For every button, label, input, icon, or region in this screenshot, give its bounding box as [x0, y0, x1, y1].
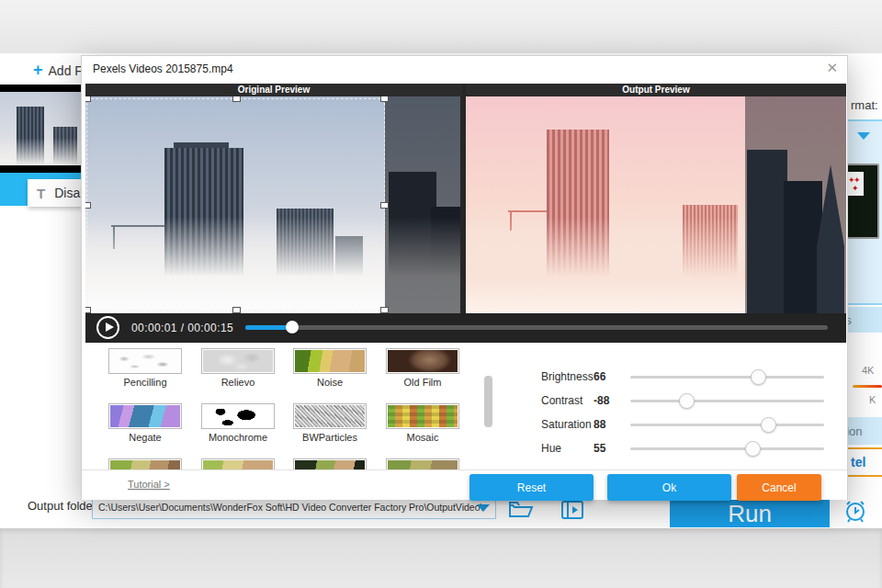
crop-handle[interactable]	[232, 96, 241, 102]
pencilling-swatch	[110, 350, 180, 372]
slider-track[interactable]	[630, 424, 824, 426]
slider-knob[interactable]	[745, 441, 761, 457]
effect-label: BWParticles	[279, 432, 380, 443]
effect-thumbnail[interactable]	[386, 348, 459, 374]
total-time: 00:00:15	[187, 322, 233, 334]
output-preview	[466, 96, 846, 313]
output-folder-path-value: C:\Users\User\Documents\WonderFox Soft\H…	[98, 502, 482, 513]
cancel-button[interactable]: Cancel	[737, 474, 821, 501]
slider-row-brightness: Brightness66	[541, 368, 826, 386]
original-preview	[85, 96, 460, 313]
desktop-background-top	[0, 0, 882, 53]
run-button[interactable]: Run	[670, 499, 830, 527]
alarm-clock-icon[interactable]	[842, 498, 869, 522]
dialog-title: Pexels Videos 2015875.mp4	[93, 62, 233, 75]
crop-handle[interactable]	[85, 307, 91, 313]
effect-label: Old Film	[372, 377, 473, 388]
chevron-down-icon[interactable]	[857, 132, 870, 140]
seek-knob[interactable]	[286, 321, 299, 334]
mosaic-swatch	[388, 405, 458, 427]
effect-thumbnail[interactable]	[108, 348, 182, 374]
effect-label: Mosaic	[372, 432, 473, 443]
add-files-label: Add Fi	[49, 63, 85, 78]
oldfilm-swatch	[388, 350, 458, 372]
crop-handle[interactable]	[85, 96, 91, 102]
current-time: 00:00:01	[131, 322, 177, 334]
effect-thumbnail[interactable]	[293, 348, 367, 374]
effect-thumbnail[interactable]	[293, 403, 367, 429]
close-icon[interactable]: ✕	[826, 60, 838, 76]
resolution-slider-fragment[interactable]	[853, 385, 882, 388]
bwparticles-swatch	[295, 405, 365, 427]
dialog-footer: Tutorial > Reset Ok Cancel	[82, 469, 847, 500]
slider-label: Brightness	[541, 370, 594, 383]
crop-handle[interactable]	[232, 307, 241, 313]
effect-thumbnail[interactable]	[386, 403, 459, 429]
effect-thumbnail[interactable]	[201, 348, 275, 374]
format-logo	[847, 172, 864, 196]
slider-value: 66	[594, 370, 605, 383]
slider-knob[interactable]	[751, 369, 766, 385]
tutorial-link[interactable]: Tutorial >	[128, 479, 170, 490]
noise-swatch	[295, 350, 365, 372]
effect-label: Negate	[95, 432, 196, 443]
effect-item: Monochrome	[201, 403, 275, 443]
preview-area: Original Preview Output Preview	[85, 84, 846, 343]
desktop-background-bottom	[0, 528, 882, 588]
effect-label: Relievo	[187, 377, 288, 388]
effect-label: Noise	[279, 377, 380, 388]
ok-button[interactable]: Ok	[607, 474, 731, 501]
slider-track[interactable]	[630, 400, 824, 402]
slider-track[interactable]	[630, 447, 824, 450]
effects-dialog: Pexels Videos 2015875.mp4 ✕ Original Pre…	[81, 55, 848, 500]
original-preview-header: Original Preview	[85, 84, 462, 96]
intel-badge-fragment[interactable]: tel	[843, 447, 882, 477]
resolution-k-label: K	[869, 394, 876, 405]
crop-selection[interactable]	[86, 98, 385, 311]
crop-handle[interactable]	[380, 202, 389, 209]
reset-button[interactable]: Reset	[469, 474, 594, 501]
add-files-button[interactable]: +Add Fi	[33, 61, 85, 80]
slider-value: -88	[594, 394, 609, 407]
effect-item: Noise	[293, 348, 367, 388]
video-clip-icon[interactable]	[559, 498, 586, 522]
slider-label: Saturation	[541, 418, 592, 431]
slider-row-contrast: Contrast-88	[541, 391, 826, 410]
playback-bar: 00:00:01 / 00:00:15	[85, 313, 846, 343]
effect-thumbnail[interactable]	[108, 403, 182, 429]
slider-value: 55	[594, 442, 605, 455]
time-separator: /	[181, 322, 185, 334]
effect-item: BWParticles	[293, 403, 367, 443]
negate-swatch	[110, 405, 180, 427]
slider-knob[interactable]	[679, 393, 695, 409]
effect-item: Old Film	[386, 348, 459, 388]
effect-item: Mosaic	[386, 403, 459, 443]
fog-shape	[0, 138, 83, 165]
screen: +Add Fi T Disabled rmat: gs 4K K ration	[0, 0, 882, 588]
crop-handle[interactable]	[85, 202, 91, 209]
seek-bar[interactable]	[245, 325, 828, 330]
slider-label: Contrast	[541, 394, 582, 407]
effect-item: Negate	[108, 403, 182, 443]
effects-scrollbar[interactable]	[484, 376, 492, 427]
relievo-swatch	[203, 350, 273, 372]
effect-thumbnail[interactable]	[201, 403, 275, 429]
play-icon[interactable]	[96, 316, 119, 339]
crop-handle[interactable]	[380, 96, 389, 102]
resolution-4k-label: 4K	[862, 365, 874, 376]
subtitle-t-icon: T	[37, 186, 45, 201]
slider-knob[interactable]	[761, 417, 776, 433]
monochrome-swatch	[203, 405, 273, 427]
slider-label: Hue	[541, 442, 561, 455]
time-display: 00:00:01 / 00:00:15	[131, 322, 233, 334]
slider-value: 88	[594, 418, 605, 431]
slider-track[interactable]	[630, 376, 824, 379]
effect-item: Relievo	[201, 348, 275, 388]
chevron-down-icon[interactable]	[477, 504, 490, 512]
slider-row-saturation: Saturation88	[541, 415, 826, 434]
crane-shape	[508, 210, 550, 212]
crop-handle[interactable]	[380, 307, 389, 313]
video-thumbnail[interactable]	[0, 85, 83, 173]
open-folder-icon[interactable]	[507, 498, 535, 522]
plus-icon: +	[33, 61, 43, 79]
